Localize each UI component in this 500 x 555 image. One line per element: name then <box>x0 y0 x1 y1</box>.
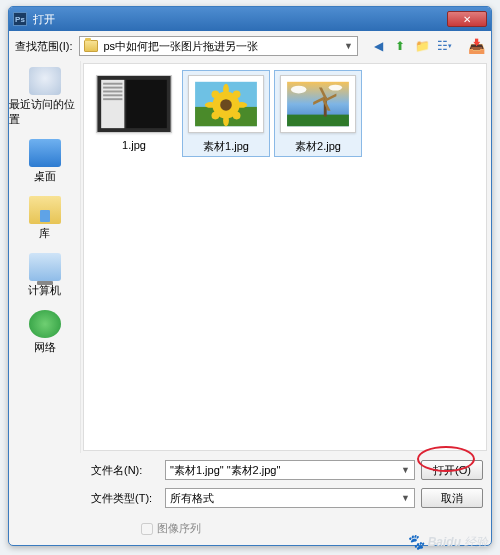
desktop-icon <box>29 139 61 167</box>
watermark: 🐾 Baidu 经验 <box>406 533 488 551</box>
svg-rect-23 <box>287 115 349 127</box>
filename-label: 文件名(N): <box>91 463 159 478</box>
svg-point-14 <box>223 115 229 127</box>
places-bar: 最近访问的位置 桌面 库 计算机 网络 <box>9 61 81 453</box>
new-folder-icon[interactable]: 📁 <box>414 38 430 54</box>
dialog-body: 最近访问的位置 桌面 库 计算机 网络 <box>9 61 491 453</box>
libraries-icon <box>29 196 61 224</box>
dropdown-arrow-icon[interactable]: ▼ <box>401 465 410 475</box>
file-name: 素材1.jpg <box>203 139 249 154</box>
svg-point-18 <box>233 90 241 98</box>
toolbar-icons: ◀ ⬆ 📁 ☷▾ <box>370 38 452 54</box>
filetype-label: 文件类型(T): <box>91 491 159 506</box>
thumbnail <box>188 75 264 133</box>
filename-field[interactable]: "素材1.jpg" "素材2.jpg" ▼ <box>165 460 415 480</box>
place-desktop[interactable]: 桌面 <box>9 137 80 186</box>
svg-point-29 <box>291 86 306 94</box>
svg-point-13 <box>223 84 229 96</box>
dropdown-arrow-icon[interactable]: ▼ <box>401 493 410 503</box>
svg-rect-3 <box>103 87 122 89</box>
place-libraries[interactable]: 库 <box>9 194 80 243</box>
cancel-button[interactable]: 取消 <box>421 488 483 508</box>
paw-icon: 🐾 <box>406 533 425 551</box>
computer-icon <box>29 253 61 281</box>
place-label: 网络 <box>34 340 56 355</box>
file-name: 素材2.jpg <box>295 139 341 154</box>
close-button[interactable]: ✕ <box>447 11 487 27</box>
file-item[interactable]: 1.jpg <box>90 70 178 157</box>
dropdown-arrow-icon[interactable]: ▼ <box>344 41 353 51</box>
thumbnail <box>280 75 356 133</box>
svg-point-17 <box>212 90 220 98</box>
bottom-panel: 文件名(N): "素材1.jpg" "素材2.jpg" ▼ 打开(O) 文件类型… <box>9 453 491 515</box>
place-label: 桌面 <box>34 169 56 184</box>
sequence-checkbox[interactable] <box>141 523 153 535</box>
svg-rect-4 <box>103 90 122 92</box>
dialog-title: 打开 <box>33 12 447 27</box>
file-name: 1.jpg <box>122 139 146 151</box>
network-icon <box>29 310 61 338</box>
titlebar[interactable]: Ps 打开 ✕ <box>9 7 491 31</box>
open-button[interactable]: 打开(O) <box>421 460 483 480</box>
folder-dropdown[interactable]: ps中如何把一张图片拖进另一张 ▼ <box>79 36 358 56</box>
ps-icon: Ps <box>13 12 27 26</box>
file-pane[interactable]: 1.jpg 素材1.jpg 素材2.jpg <box>83 63 487 451</box>
svg-point-15 <box>205 102 217 108</box>
up-icon[interactable]: ⬆ <box>392 38 408 54</box>
folder-icon <box>84 40 98 52</box>
file-item[interactable]: 素材1.jpg <box>182 70 270 157</box>
svg-point-19 <box>212 112 220 120</box>
svg-point-30 <box>329 85 343 91</box>
view-menu-icon[interactable]: ☷▾ <box>436 38 452 54</box>
file-grid: 1.jpg 素材1.jpg 素材2.jpg <box>90 70 480 157</box>
sequence-label: 图像序列 <box>157 521 201 536</box>
svg-rect-2 <box>103 83 122 85</box>
file-item[interactable]: 素材2.jpg <box>274 70 362 157</box>
toolbar: 查找范围(I): ps中如何把一张图片拖进另一张 ▼ ◀ ⬆ 📁 ☷▾ 📥 <box>9 31 491 61</box>
recent-icon <box>29 67 61 95</box>
place-computer[interactable]: 计算机 <box>9 251 80 300</box>
folder-name: ps中如何把一张图片拖进另一张 <box>103 39 258 54</box>
place-label: 最近访问的位置 <box>9 97 80 127</box>
place-network[interactable]: 网络 <box>9 308 80 357</box>
svg-rect-6 <box>103 98 122 100</box>
open-dialog: Ps 打开 ✕ 查找范围(I): ps中如何把一张图片拖进另一张 ▼ ◀ ⬆ 📁… <box>8 6 492 546</box>
filetype-value: 所有格式 <box>170 491 214 506</box>
svg-point-12 <box>220 99 232 111</box>
place-recent[interactable]: 最近访问的位置 <box>9 65 80 129</box>
thumbnail <box>96 75 172 133</box>
filename-value: "素材1.jpg" "素材2.jpg" <box>170 463 280 478</box>
place-label: 库 <box>39 226 50 241</box>
svg-rect-7 <box>126 80 167 128</box>
back-icon[interactable]: ◀ <box>370 38 386 54</box>
filetype-dropdown[interactable]: 所有格式 ▼ <box>165 488 415 508</box>
lookin-label: 查找范围(I): <box>15 39 72 54</box>
extra-icon[interactable]: 📥 <box>468 38 485 54</box>
svg-point-16 <box>236 102 248 108</box>
svg-rect-5 <box>103 94 122 96</box>
svg-point-20 <box>233 112 241 120</box>
place-label: 计算机 <box>28 283 61 298</box>
